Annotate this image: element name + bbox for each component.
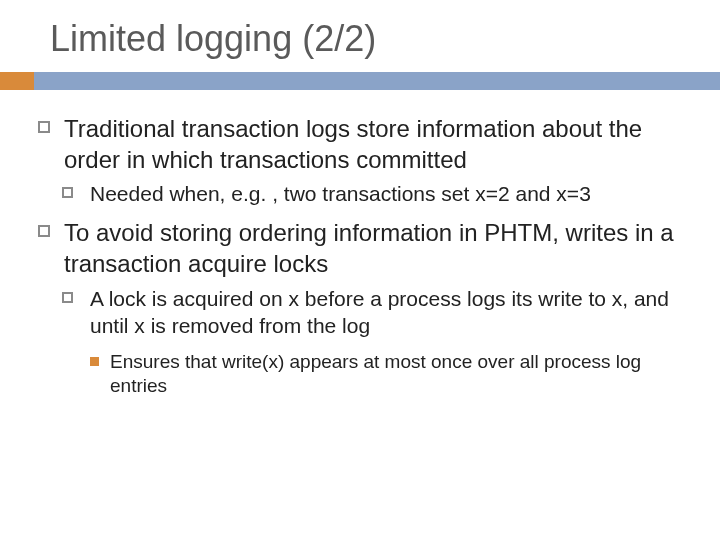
bullet-text: Traditional transaction logs store infor… <box>64 115 642 173</box>
bullet-text: A lock is acquired on x before a process… <box>90 287 669 337</box>
title-bar <box>0 72 720 90</box>
bullet-level2: Needed when, e.g. , two transactions set… <box>62 181 684 208</box>
bullet-text: To avoid storing ordering information in… <box>64 219 674 277</box>
accent-block <box>0 72 34 90</box>
page-title: Limited logging (2/2) <box>0 0 720 72</box>
bullet-level1: Traditional transaction logs store infor… <box>36 114 684 175</box>
content-area: Traditional transaction logs store infor… <box>0 90 720 398</box>
bullet-level2: A lock is acquired on x before a process… <box>62 286 684 340</box>
bullet-text: Ensures that write(x) appears at most on… <box>110 351 641 396</box>
bullet-level1: To avoid storing ordering information in… <box>36 218 684 279</box>
bullet-level3: Ensures that write(x) appears at most on… <box>88 350 684 399</box>
bullet-text: Needed when, e.g. , two transactions set… <box>90 182 591 205</box>
slide: Limited logging (2/2) Traditional transa… <box>0 0 720 540</box>
